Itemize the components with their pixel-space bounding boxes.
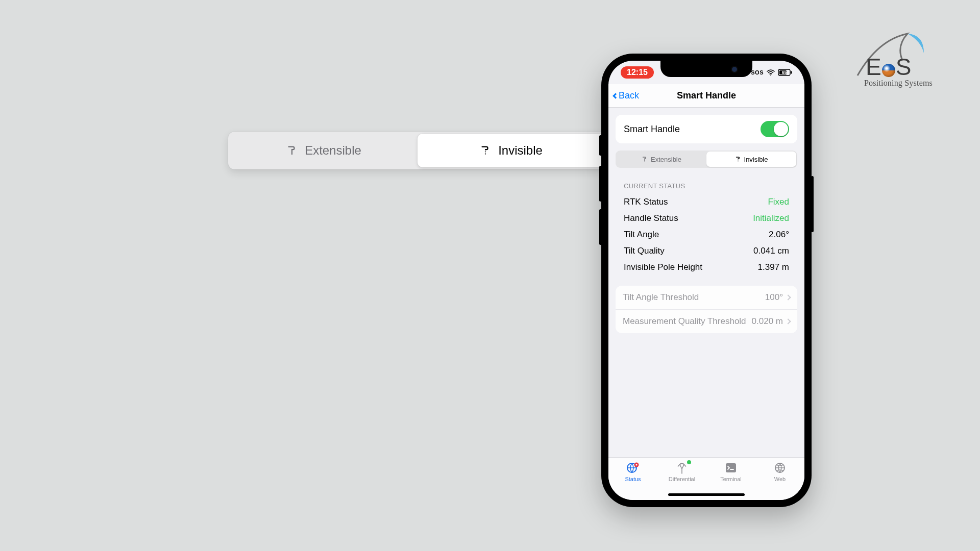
chevron-right-icon [785,318,791,324]
mode-option-label: Invisible [744,156,768,163]
web-globe-icon [773,462,787,474]
status-row: Tilt Angle2.06° [624,227,789,243]
status-row: Handle StatusInitialized [624,210,789,227]
battery-icon: 65 [778,69,792,76]
measurement-quality-threshold-row[interactable]: Measurement Quality Threshold 0.020 m [616,310,797,333]
phone-notch [660,61,752,77]
phone-mockup: 12:15 SOS 65 Back Smart [601,54,812,507]
tab-label: Differential [669,476,695,482]
smart-handle-toggle-row: Smart Handle [616,115,797,143]
tab-label: Terminal [720,476,742,482]
mode-selector-callout: Extensible Invisible [228,132,607,169]
status-row: Tilt Quality0.041 cm [624,243,789,259]
brand-logo: ES Positioning Systems [847,31,949,88]
smart-handle-toggle[interactable] [761,121,789,137]
mode-option-invisible[interactable]: Invisible [418,134,605,167]
threshold-label: Measurement Quality Threshold [623,316,746,327]
brand-globe-icon [882,64,895,77]
status-time-pill: 12:15 [621,66,654,79]
chevron-right-icon [785,294,791,300]
status-row: RTK StatusFixed [624,194,789,210]
mode-option-invisible[interactable]: Invisible [706,152,796,167]
wifi-icon [767,69,775,76]
terminal-icon [724,462,738,474]
mode-option-label: Invisible [498,143,543,158]
back-label: Back [619,90,639,101]
tab-label: Web [774,476,786,482]
mode-option-label: Extensible [305,143,361,158]
tab-web[interactable]: Web [757,462,803,500]
pole-extensible-icon [286,145,298,156]
threshold-value: 100° [765,292,783,303]
mode-option-extensible[interactable]: Extensible [230,134,418,167]
tab-badge-dot [687,460,691,464]
antenna-icon [675,462,689,474]
pole-extensible-icon [642,156,648,162]
tab-status[interactable]: Status [610,462,656,500]
nav-bar: Back Smart Handle [608,84,804,108]
svg-point-7 [635,464,637,465]
tilt-angle-threshold-row[interactable]: Tilt Angle Threshold 100° [616,286,797,310]
mode-option-label: Extensible [651,156,681,163]
smart-handle-label: Smart Handle [624,124,680,135]
svg-point-0 [770,74,771,76]
chevron-left-icon [612,93,618,98]
pole-invisible-icon [480,145,491,156]
pole-invisible-icon [735,156,741,162]
back-button[interactable]: Back [608,90,639,101]
threshold-label: Tilt Angle Threshold [623,292,699,303]
tab-label: Status [625,476,641,482]
status-sos: SOS [751,69,764,76]
threshold-value: 0.020 m [752,316,783,327]
current-status-list: RTK StatusFixed Handle StatusInitialized… [616,194,797,276]
home-indicator [668,493,745,496]
mode-selector: Extensible Invisible [616,151,797,168]
mode-option-extensible[interactable]: Extensible [617,152,706,167]
globe-pin-icon [626,462,640,474]
svg-text:65: 65 [782,70,787,75]
svg-rect-8 [726,463,736,472]
status-row: Invisible Pole Height1.397 m [624,259,789,276]
thresholds-card: Tilt Angle Threshold 100° Measurement Qu… [616,286,797,333]
svg-rect-2 [791,71,792,74]
current-status-header: CURRENT STATUS [616,168,797,194]
